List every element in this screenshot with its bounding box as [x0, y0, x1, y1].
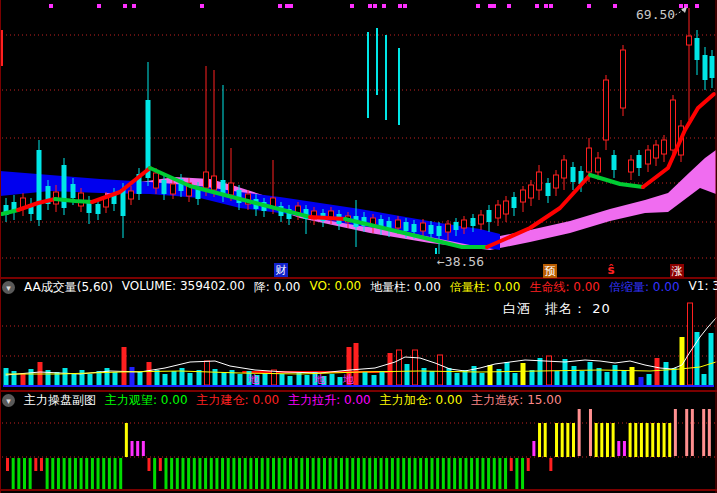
price-low-label: ←38.56: [437, 255, 484, 268]
bottom-bar: [12, 458, 15, 489]
volume-bar: [205, 361, 210, 385]
volume-bar: [630, 367, 635, 385]
volume-bar: [130, 367, 135, 385]
bottom-bar: [408, 458, 411, 489]
volume-bar: [505, 362, 510, 385]
bottom-bar: [272, 458, 275, 489]
bottom-bar: [329, 458, 332, 489]
bottom-bar: [668, 423, 671, 457]
low-volume-marker: 地: [314, 372, 325, 387]
bottom-bar: [515, 458, 518, 489]
collapse-icon[interactable]: ▾: [2, 281, 15, 294]
candle-body: [429, 225, 434, 234]
bottom-bar: [623, 441, 626, 456]
volume-bar: [455, 373, 460, 385]
volume-bar: [63, 368, 68, 385]
bottom-bar: [266, 458, 269, 489]
bottom-bar: [164, 458, 167, 489]
volume-indicator-values: AA成交量(5,60)VOLUME: 359402.00降: 0.00VO: 0…: [24, 280, 717, 295]
marker-dot: [350, 4, 354, 8]
bottom-bar: [595, 423, 598, 457]
volume-panel-header[interactable]: ▾ AA成交量(5,60)VOLUME: 359402.00降: 0.00VO:…: [2, 280, 717, 295]
volume-bar: [405, 364, 410, 385]
marker-dot: [368, 4, 372, 8]
indicator-value: 生命线: 0.00: [529, 280, 600, 295]
volume-bar: [680, 337, 685, 385]
bottom-bar: [119, 458, 122, 489]
marker-dot: [373, 4, 377, 8]
candle-body: [396, 220, 401, 228]
bottom-bar: [57, 458, 60, 489]
main-force-panel-header[interactable]: ▾ 主力操盘副图主力观望: 0.00主力建仓: 0.00主力拉升: 0.00主力…: [2, 393, 717, 408]
candle-body: [96, 204, 101, 214]
ma-line-segment: [310, 217, 345, 219]
marker-dot: [535, 4, 539, 8]
volume-bar: [305, 375, 310, 385]
event-badge: 财: [274, 263, 288, 277]
bottom-bar: [702, 409, 705, 456]
bottom-bar: [476, 458, 479, 489]
bottom-bar: [646, 423, 649, 457]
volume-bar: [21, 373, 26, 385]
marker-dot: [544, 4, 548, 8]
bottom-bar: [380, 458, 383, 489]
candle-body: [454, 222, 459, 230]
candle-body: [71, 184, 76, 198]
bottom-bar: [181, 458, 184, 489]
volume-bar: [288, 376, 293, 385]
bottom-bar: [125, 423, 128, 457]
bottom-bar: [493, 458, 496, 489]
bottom-bar: [210, 458, 213, 489]
volume-bar: [438, 355, 443, 385]
bottom-bar: [29, 458, 32, 489]
bottom-bar: [153, 458, 156, 489]
bottom-bar: [74, 458, 77, 489]
candle-body: [571, 167, 576, 182]
bottom-bar: [606, 423, 609, 457]
candle-body: [446, 224, 451, 232]
volume-bar: [105, 368, 110, 385]
candle-body: [512, 197, 517, 208]
bottom-bar: [170, 458, 173, 489]
bottom-bar: [578, 409, 581, 456]
bottom-bar: [538, 423, 541, 457]
event-badge: 预: [543, 264, 557, 278]
marker-dot: [492, 4, 496, 8]
bottom-bar: [368, 458, 371, 489]
marker-dot: [507, 4, 511, 8]
marker-dot: [49, 4, 53, 8]
bottom-bar: [23, 458, 26, 489]
candle-body: [471, 218, 476, 226]
candle-body: [654, 145, 659, 158]
volume-bar: [155, 370, 160, 385]
bottom-bar: [346, 458, 349, 489]
volume-bar: [613, 365, 618, 385]
marker-dot: [695, 4, 699, 8]
candle-body: [162, 180, 167, 194]
bottom-bar: [85, 458, 88, 489]
volume-bar: [413, 350, 418, 385]
bottom-bar: [442, 458, 445, 489]
bottom-bar: [323, 458, 326, 489]
marker-dot: [285, 4, 289, 8]
candle-body: [204, 172, 209, 188]
bottom-bar: [357, 458, 360, 489]
bottom-bar: [708, 409, 711, 456]
bottom-bar: [391, 458, 394, 489]
volume-bar: [622, 370, 627, 385]
candle-body: [37, 150, 42, 220]
volume-bar: [513, 373, 518, 385]
bottom-bar: [193, 458, 196, 489]
marker-dot: [549, 4, 553, 8]
bottom-bar: [419, 458, 422, 489]
volume-bar: [655, 358, 660, 385]
bottom-bar: [51, 458, 54, 489]
candle-body: [662, 140, 667, 154]
bottom-bar: [232, 458, 235, 489]
volume-bar: [330, 374, 335, 385]
volume-bar: [163, 374, 168, 385]
bottom-bar: [351, 458, 354, 489]
candle-body: [637, 155, 642, 168]
collapse-icon[interactable]: ▾: [2, 394, 15, 407]
bottom-bar: [312, 458, 315, 489]
